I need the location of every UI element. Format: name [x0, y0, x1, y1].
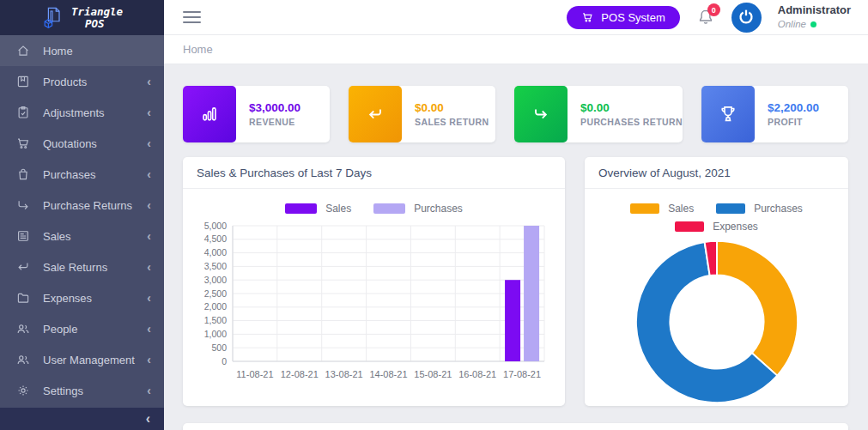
top-bar: POS System 0 Administrator Online: [164, 0, 868, 35]
svg-text:17-08-21: 17-08-21: [503, 369, 541, 379]
stats-row: $3,000.00 REVENUE $0.00 SALES RETURN: [183, 86, 848, 142]
sidebar-item-sale-returns[interactable]: Sale Returns ‹: [0, 251, 164, 282]
sidebar-item-expenses[interactable]: Expenses ‹: [0, 282, 164, 313]
sales-swatch: [630, 203, 659, 214]
legend-purchases[interactable]: Purchases: [373, 203, 463, 215]
breadcrumb: Home: [164, 35, 868, 64]
sales-return-label: SALES RETURN: [415, 117, 489, 127]
sidebar-item-adjustments[interactable]: Adjustments ‹: [0, 97, 164, 128]
logo-line2: POS: [71, 18, 123, 30]
topbar-right: POS System 0 Administrator Online: [567, 3, 856, 33]
revenue-value: $3,000.00: [249, 101, 300, 114]
sidebar-item-label: Purchase Returns: [43, 199, 147, 212]
sidebar-item-quotations[interactable]: Quotations ‹: [0, 128, 164, 159]
avatar[interactable]: [731, 3, 762, 33]
chevron-left-icon: ‹: [147, 384, 151, 397]
online-status-dot: [810, 21, 816, 27]
legend-sales[interactable]: Sales: [630, 203, 694, 215]
revenue-body: $3,000.00 REVENUE: [236, 86, 300, 142]
bar-chart-title: Sales & Purchases of Last 7 Days: [183, 157, 565, 189]
svg-text:2,500: 2,500: [204, 288, 227, 299]
users-icon: [15, 321, 31, 336]
sidebar-item-label: Settings: [43, 385, 147, 397]
legend-sales[interactable]: Sales: [285, 203, 351, 215]
book-icon: [15, 74, 31, 89]
sidebar-item-home[interactable]: Home: [0, 35, 164, 66]
corner-arrow-icon: [15, 197, 31, 213]
chevron-left-icon: ‹: [147, 291, 151, 305]
sidebar-item-people[interactable]: People ‹: [0, 313, 164, 344]
legend-purchases[interactable]: Purchases: [716, 203, 803, 215]
sales-return-card: $0.00 SALES RETURN: [349, 86, 495, 142]
purchases-return-card: $0.00 PURCHASES RETURN: [514, 86, 683, 142]
clipboard-check-icon: [15, 105, 31, 120]
svg-text:5,000: 5,000: [204, 221, 227, 231]
sidebar-item-label: Expenses: [43, 292, 147, 305]
bar-chart-body: Sales Purchases 05001,0001,5002,0002,500…: [183, 189, 565, 390]
svg-text:0: 0: [222, 356, 227, 366]
cart-icon: [15, 136, 31, 151]
sidebar-toggle-button[interactable]: [183, 11, 201, 23]
cart-icon: [581, 11, 594, 24]
purchases-return-value: $0.00: [580, 101, 683, 114]
gear-icon: [15, 383, 31, 398]
sidebar-item-settings[interactable]: Settings ‹: [0, 375, 164, 406]
donut-chart: [629, 236, 804, 408]
legend-expenses[interactable]: Expenses: [675, 221, 758, 233]
sidebar-item-products[interactable]: Products ‹: [0, 66, 164, 97]
triangle-pos-logo-icon: [41, 6, 65, 30]
sidebar-item-label: Adjustments: [43, 106, 147, 119]
sidebar-item-label: Products: [43, 76, 147, 88]
sidebar-collapse-button[interactable]: ‹: [0, 408, 164, 430]
trophy-icon: [717, 103, 739, 125]
purchases-swatch: [716, 203, 745, 214]
svg-text:13-08-21: 13-08-21: [325, 369, 363, 379]
breadcrumb-home-link[interactable]: Home: [183, 43, 213, 56]
legend-label: Sales: [325, 203, 351, 215]
sidebar-item-purchases[interactable]: Purchases ‹: [0, 159, 164, 190]
revenue-label: REVENUE: [249, 117, 300, 127]
pos-system-button[interactable]: POS System: [567, 6, 679, 29]
svg-text:1,500: 1,500: [204, 315, 227, 325]
sidebar-item-sales[interactable]: Sales ‹: [0, 221, 164, 251]
purchases-return-label: PURCHASES RETURN: [580, 117, 683, 127]
main-area: POS System 0 Administrator Online: [164, 0, 868, 430]
return-arrow-icon: [15, 259, 31, 275]
shopping-bag-icon: [15, 167, 31, 182]
donut-chart-body: Sales Purchases Expenses: [585, 189, 848, 413]
power-icon: [737, 8, 756, 27]
donut-chart-legend-row1: Sales Purchases: [593, 203, 840, 215]
bar-chart: 05001,0001,5002,0002,5003,0003,5004,0004…: [193, 220, 555, 385]
sidebar-item-label: People: [43, 323, 147, 336]
notifications-button[interactable]: 0: [696, 7, 715, 27]
notification-badge: 0: [707, 3, 720, 16]
revenue-card: $3,000.00 REVENUE: [183, 86, 330, 142]
sidebar-item-label: User Management: [43, 354, 147, 366]
svg-text:4,000: 4,000: [204, 247, 227, 257]
sales-return-value: $0.00: [415, 101, 489, 114]
chevron-left-icon: ‹: [147, 75, 151, 88]
purchases-return-tile: [514, 86, 568, 142]
return-arrow-icon: [364, 103, 386, 125]
sidebar-item-label: Sales: [43, 230, 147, 243]
revenue-tile: [183, 86, 236, 142]
sales-return-body: $0.00 SALES RETURN: [402, 86, 489, 142]
chevron-left-icon: ‹: [147, 322, 151, 336]
app-title: Triangle POS: [71, 6, 123, 30]
svg-text:15-08-21: 15-08-21: [414, 369, 452, 379]
svg-text:3,500: 3,500: [204, 261, 227, 271]
sidebar: Triangle POS Home Products ‹ Adjustments…: [0, 0, 164, 430]
user-status-label: Online: [778, 18, 806, 31]
chevron-left-icon: ‹: [147, 353, 151, 366]
sidebar-item-purchase-returns[interactable]: Purchase Returns ‹: [0, 190, 164, 221]
user-menu[interactable]: Administrator Online: [778, 3, 856, 31]
sidebar-item-user-management[interactable]: User Management ‹: [0, 344, 164, 375]
dashboard-content: $3,000.00 REVENUE $0.00 SALES RETURN: [164, 64, 868, 430]
chevron-left-icon: ‹: [147, 136, 151, 150]
chevron-left-icon: ‹: [147, 106, 151, 119]
app-logo[interactable]: Triangle POS: [0, 0, 164, 35]
sidebar-item-label: Home: [43, 45, 151, 58]
user-name: Administrator: [778, 3, 851, 18]
profit-card: $2,200.00 PROFIT: [701, 86, 848, 142]
collapse-chevron-icon: ‹: [146, 411, 150, 427]
